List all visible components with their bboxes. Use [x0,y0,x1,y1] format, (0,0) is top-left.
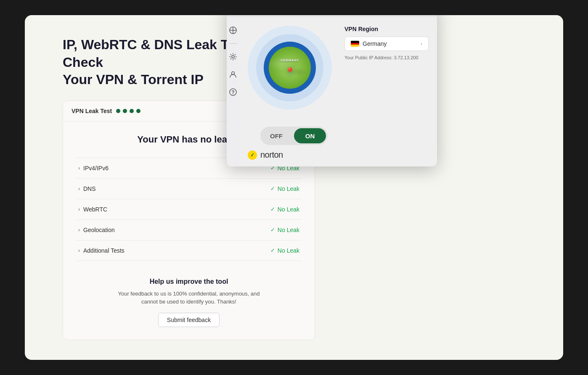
norton-titlebar: Norton Secure VPN [227,15,437,17]
vpn-globe: GERMANY 📍 [248,26,332,110]
card-header-left: VPN Leak Test [72,108,140,114]
test-result-dns: ✓ No Leak [270,185,299,192]
test-item-left-dns: › DNS [78,185,96,192]
norton-checkmark-icon: ✓ [248,151,257,160]
test-name-additional: Additional Tests [83,247,124,254]
page-title-line2: Your VPN & Torrent IP [63,72,204,87]
norton-main-area: GERMANY 📍 VPN Region [239,17,437,166]
test-name-ipv4: IPv4/IPv6 [83,165,109,172]
norton-logo-text: norton [260,150,283,160]
test-item-left-geolocation: › Geolocation [78,227,115,233]
feedback-title: Help us improve the tool [76,278,302,285]
dot-3 [130,109,134,113]
norton-vpn-panel: Norton Secure VPN [227,15,437,166]
card-header-label: VPN Leak Test [72,108,112,114]
svg-text:?: ? [231,90,234,95]
region-chevron-icon: › [421,41,422,47]
chevron-icon-additional: › [78,248,80,254]
dot-4 [136,109,140,113]
main-layout: VPN Leak Test Restart Test Your VPN has … [63,100,546,343]
chevron-icon-webrtc: › [78,206,80,212]
dot-1 [116,109,120,113]
chevron-icon-ipv4: › [78,165,80,171]
dot-2 [123,109,127,113]
test-status-additional: No Leak [278,247,299,254]
test-result-webrtc: ✓ No Leak [270,206,299,213]
chevron-icon-dns: › [78,186,80,192]
check-icon-webrtc: ✓ [270,206,275,212]
test-item-dns[interactable]: › DNS ✓ No Leak [76,179,302,199]
norton-sidebar: ? [227,17,239,166]
norton-footer: ✓ norton [239,145,437,166]
test-name-webrtc: WebRTC [83,206,107,213]
germany-flag-icon [351,41,359,47]
location-pin-icon: 📍 [285,67,295,77]
check-icon-additional: ✓ [270,247,275,254]
test-result-geolocation: ✓ No Leak [270,227,299,233]
dots-indicator [116,109,140,113]
sidebar-help-icon[interactable]: ? [228,87,238,97]
toggle-section: OFF ON [239,118,437,145]
sidebar-vpn-icon[interactable] [228,26,238,35]
test-status-geolocation: No Leak [278,227,299,233]
norton-body: ? GERMANY [227,17,437,166]
test-name-geolocation: Geolocation [83,227,115,233]
germany-map-label: GERMANY [281,58,299,62]
test-list: › IPv4/IPv6 ✓ No Leak › DNS [76,158,302,261]
norton-content-row: GERMANY 📍 VPN Region [239,17,437,118]
test-result-additional: ✓ No Leak [270,247,299,254]
region-name: Germany [363,40,387,47]
chevron-icon-geolocation: › [78,227,80,233]
test-item-geolocation[interactable]: › Geolocation ✓ No Leak [76,220,302,240]
toggle-off-button[interactable]: OFF [260,127,292,145]
sidebar-settings-icon[interactable] [228,52,238,61]
vpn-region-left: Germany [351,40,387,47]
sidebar-separator [229,43,237,44]
test-status-webrtc: No Leak [278,206,299,213]
vpn-info: VPN Region Germany [344,26,429,60]
globe-ring-inner: GERMANY 📍 [264,42,316,94]
public-ip-address: Your Public IP Address: 3.72.13.200 [344,55,429,60]
test-status-dns: No Leak [278,185,299,192]
globe-map: GERMANY 📍 [269,47,311,89]
check-icon-geolocation: ✓ [270,227,275,233]
flag-gold-stripe [351,45,359,47]
vpn-region-selector[interactable]: Germany › [344,37,429,51]
svg-point-3 [232,55,234,58]
vpn-toggle[interactable]: OFF ON [260,127,328,145]
page-title-line1: IP, WebRTC & DNS Leak Test: Check [63,37,252,70]
feedback-section: Help us improve the tool Your feedback t… [63,265,315,340]
toggle-on-button[interactable]: ON [294,128,326,143]
test-item-left-webrtc: › WebRTC [78,206,107,213]
feedback-description: Your feedback to us is 100% confidential… [117,290,260,306]
test-name-dns: DNS [83,185,96,192]
test-item-left-additional: › Additional Tests [78,247,124,254]
vpn-region-label: VPN Region [344,26,429,32]
test-item-additional[interactable]: › Additional Tests ✓ No Leak [76,240,302,261]
test-item-webrtc[interactable]: › WebRTC ✓ No Leak [76,199,302,220]
sidebar-user-icon[interactable] [228,70,238,79]
submit-feedback-button[interactable]: Submit feedback [158,313,220,327]
test-item-left-ipv4: › IPv4/IPv6 [78,165,109,172]
outer-container: IP, WebRTC & DNS Leak Test: Check Your V… [25,15,563,360]
check-icon-dns: ✓ [270,185,275,192]
